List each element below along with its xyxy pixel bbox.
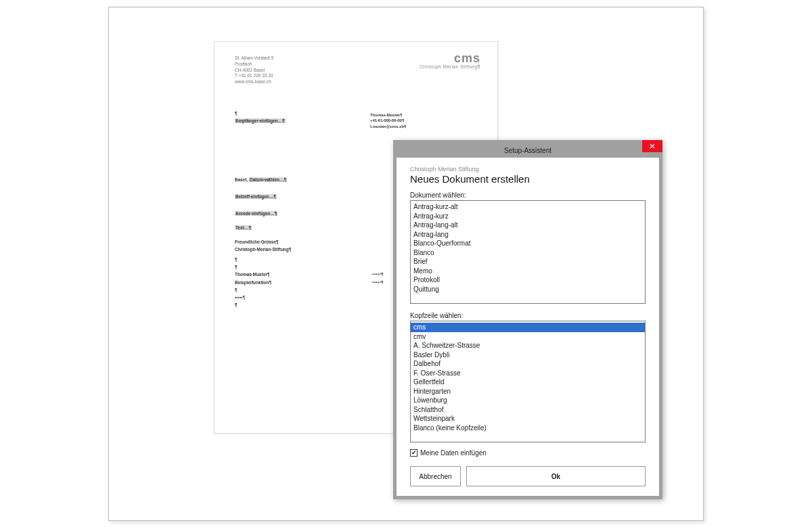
header-option[interactable]: Dalbehof <box>411 359 645 369</box>
ok-button[interactable]: Ok <box>466 466 646 486</box>
header-option[interactable]: Gellertfeld <box>411 377 645 387</box>
checkbox-icon[interactable]: ✔ <box>410 449 418 457</box>
sender-address: St. Alban-Vorstadt 5 Postfach CH-4002 Ba… <box>235 55 273 85</box>
setup-assistant-dialog: Setup-Assistent Christoph Merian Stiftun… <box>393 140 662 499</box>
date-placeholder[interactable]: Datum·wählen…¶ <box>249 177 287 182</box>
pilcrow: ¶ <box>235 256 411 263</box>
document-option[interactable]: Memo <box>411 267 645 276</box>
letter-body: ¶ Empfänger·einfügen…¶ Basel, Datum·wähl… <box>235 110 411 308</box>
header-option[interactable]: Löwenburg <box>411 396 645 405</box>
close-button[interactable] <box>642 140 662 152</box>
greeting: Freundliche·Grüsse¶ <box>235 238 411 246</box>
text-placeholder[interactable]: Text…¶ <box>235 225 252 230</box>
date-line: Basel, Datum·wählen…¶ <box>235 176 411 183</box>
sender-line: St. Alban-Vorstadt 5 <box>235 55 273 62</box>
document-option[interactable]: Blanco <box>411 248 645 258</box>
pilcrow: ¶ <box>235 263 411 271</box>
dialog-body: Christoph Merian Stiftung Neues Dokument… <box>397 158 659 496</box>
header-option[interactable]: Schlatthof <box>411 405 645 415</box>
document-option[interactable]: Antrag-kurz <box>411 212 645 221</box>
document-listbox[interactable]: Antrag-kurz-altAntrag-kurzAntrag-lang-al… <box>410 200 646 304</box>
dialog-title: Setup-Assistent <box>504 147 551 154</box>
logo-text: cms <box>420 52 480 64</box>
document-option[interactable]: Antrag-lang <box>411 230 645 239</box>
document-option[interactable]: Brief <box>411 257 645 267</box>
header-option[interactable]: cms <box>411 323 645 332</box>
header-option[interactable]: Blanco (keine Kopfzeile) <box>411 423 645 433</box>
document-option[interactable]: Antrag-lang-alt <box>411 221 645 230</box>
header-option[interactable]: F. Oser-Strasse <box>411 369 645 378</box>
salutation-placeholder[interactable]: Anrede·einfügen…¶ <box>235 211 277 216</box>
sig-name: Thomas·Muster¶ <box>235 272 270 277</box>
org-line: Christoph·Merian·Stiftung¶ <box>235 246 411 253</box>
header-option[interactable]: Hintergarten <box>411 387 645 396</box>
document-option[interactable]: Quittung <box>411 285 645 294</box>
outer-frame: St. Alban-Vorstadt 5 Postfach CH-4002 Ba… <box>108 7 704 521</box>
logo: cms Christoph Merian Stiftung¶ <box>420 52 480 69</box>
sig-function: Beispielfunktion¶ <box>235 280 271 285</box>
document-option[interactable]: Protokoll <box>411 275 645 285</box>
header-option[interactable]: cmv <box>411 332 645 342</box>
subject-placeholder[interactable]: Betreff·einfügen…¶ <box>235 194 277 199</box>
pilcrow: ¶ <box>235 286 411 294</box>
cancel-button[interactable]: Abbrechen <box>410 466 461 486</box>
dots-placeholder: ▪▪▪▪▪¶ <box>372 271 384 277</box>
pilcrow: ¶ <box>235 110 411 117</box>
sender-line: Postfach <box>235 62 273 68</box>
dialog-org: Christoph Merian Stiftung <box>410 166 646 173</box>
dots-placeholder: ▪▪▪▪▪¶ <box>235 294 411 301</box>
date-city: Basel, <box>235 177 249 182</box>
header-select-label: Kopfzeile wählen: <box>410 312 646 319</box>
header-option[interactable]: Basler Dybli <box>411 350 645 360</box>
insert-my-data-label: Meine Daten einfügen <box>420 449 487 457</box>
recipient-placeholder[interactable]: Empfänger·einfügen…¶ <box>235 118 286 123</box>
dialog-heading: Neues Dokument erstellen <box>410 173 646 185</box>
dots-placeholder: ▪▪▪▪▪¶ <box>372 279 384 285</box>
close-icon <box>650 142 655 150</box>
document-select-label: Dokument wählen: <box>410 191 646 199</box>
header-listbox[interactable]: cmscmvA. Schweitzer-StrasseBasler DybliD… <box>410 321 646 442</box>
header-option[interactable]: A. Schweitzer-Strasse <box>411 341 645 350</box>
pilcrow: ¶ <box>235 301 411 308</box>
insert-my-data-row[interactable]: ✔ Meine Daten einfügen <box>410 449 646 457</box>
document-option[interactable]: Blanco-Querformat <box>411 239 645 248</box>
sender-line: www.cms-basel.ch <box>235 79 273 85</box>
dialog-titlebar[interactable]: Setup-Assistent <box>397 143 659 158</box>
document-option[interactable]: Antrag-kurz-alt <box>411 202 645 212</box>
header-option[interactable]: Wettsteinpark <box>411 414 645 423</box>
button-row: Abbrechen Ok <box>410 466 646 486</box>
logo-subtitle: Christoph Merian Stiftung¶ <box>420 64 480 69</box>
sender-line: CH-4002 Basel <box>235 68 273 74</box>
sender-line: T +41 61 226 33 33 <box>235 73 273 79</box>
